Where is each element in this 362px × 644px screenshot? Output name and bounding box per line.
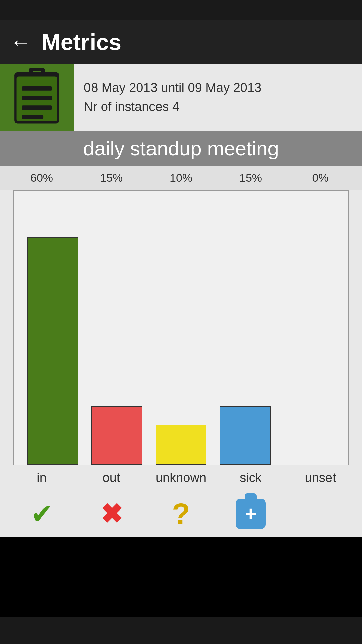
date-range: 08 May 2013 until 09 May 2013 <box>84 80 352 95</box>
bar-out <box>91 406 142 465</box>
bar-chart <box>13 190 349 465</box>
svg-rect-5 <box>22 96 52 100</box>
status-icon-unknown: ? <box>146 497 216 531</box>
meeting-banner: daily standup meeting <box>0 131 362 166</box>
status-icon-unset <box>286 497 355 531</box>
page-title: Metrics <box>42 29 121 55</box>
status-bar <box>0 0 362 20</box>
pct-sick: 15% <box>216 171 286 184</box>
status-icon-in: ✔ <box>7 497 76 531</box>
label-unset: unset <box>286 471 355 485</box>
label-out: out <box>76 471 146 485</box>
bar-group-sick <box>213 198 277 465</box>
card-section: 08 May 2013 until 09 May 2013 Nr of inst… <box>0 64 362 166</box>
clipboard-svg <box>10 68 64 127</box>
card-top: 08 May 2013 until 09 May 2013 Nr of inst… <box>0 64 362 131</box>
pct-unset: 0% <box>286 171 355 184</box>
check-icon: ✔ <box>31 498 53 530</box>
labels-row: in out unknown sick unset <box>0 465 362 490</box>
bar-group-out <box>85 198 149 465</box>
bar-unknown <box>156 425 207 465</box>
svg-rect-4 <box>22 86 52 91</box>
svg-rect-6 <box>22 105 52 110</box>
pct-out: 15% <box>76 171 146 184</box>
x-icon: ✖ <box>100 498 123 530</box>
back-button[interactable]: ← <box>10 31 32 53</box>
pct-in: 60% <box>7 171 76 184</box>
pct-unknown: 10% <box>146 171 216 184</box>
clipboard-icon <box>0 64 74 131</box>
bar-group-unset <box>277 198 341 465</box>
label-unknown: unknown <box>146 471 216 485</box>
instances-label: Nr of instances 4 <box>84 100 352 114</box>
label-in: in <box>7 471 76 485</box>
chart-wrapper <box>0 190 362 465</box>
card-info: 08 May 2013 until 09 May 2013 Nr of inst… <box>74 74 362 121</box>
bar-in <box>27 237 78 465</box>
bar-sick <box>220 406 271 465</box>
toolbar: ← Metrics <box>0 20 362 64</box>
bottom-bar <box>0 617 362 644</box>
icons-row: ✔ ✖ ? + <box>0 490 362 537</box>
bar-group-in <box>21 198 85 465</box>
meeting-title: daily standup meeting <box>83 137 279 160</box>
label-sick: sick <box>216 471 286 485</box>
percentages-row: 60% 15% 10% 15% 0% <box>0 166 362 190</box>
medic-plus-icon: + <box>245 504 256 524</box>
status-icon-sick: + <box>216 497 286 531</box>
bar-group-unknown <box>149 198 213 465</box>
svg-rect-7 <box>22 115 43 119</box>
medic-bag-icon: + <box>236 499 266 529</box>
question-icon: ? <box>172 497 190 531</box>
status-icon-out: ✖ <box>76 497 146 531</box>
